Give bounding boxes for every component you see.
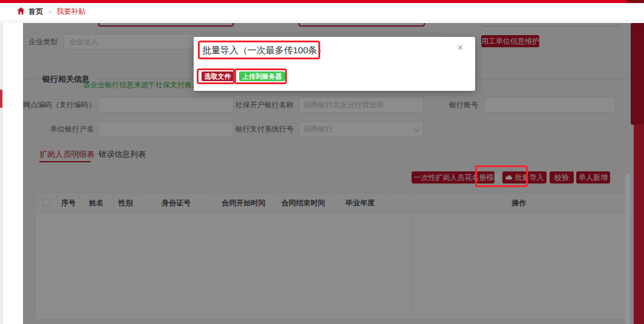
page-scrollbar-thumb[interactable] [631, 23, 644, 125]
close-icon[interactable]: × [458, 43, 463, 53]
home-icon[interactable] [17, 7, 25, 16]
content-area: 企业类型 企业法人 用工单位信息维护 银行相关信息 该企业银行信息来源于社保支付… [0, 23, 644, 324]
breadcrumb-separator: > [48, 8, 51, 15]
annotation-box-upload [234, 68, 287, 84]
annotation-box-batch-import [475, 165, 528, 187]
left-scroll-indicator[interactable] [0, 90, 2, 108]
breadcrumb: 首页 > 我要补贴 [0, 3, 644, 20]
annotation-box-dialog-title [198, 41, 320, 59]
inner-scrollbar-thumb[interactable] [625, 174, 630, 324]
app-window: 首页 > 我要补贴 企业类型 企业法人 用工单位信息维护 银行相关信息 该企业银… [0, 0, 644, 324]
breadcrumb-current: 我要补贴 [56, 7, 85, 17]
left-gutter [3, 23, 23, 324]
breadcrumb-home[interactable]: 首页 [28, 7, 43, 17]
annotation-box-select-file [197, 68, 235, 84]
